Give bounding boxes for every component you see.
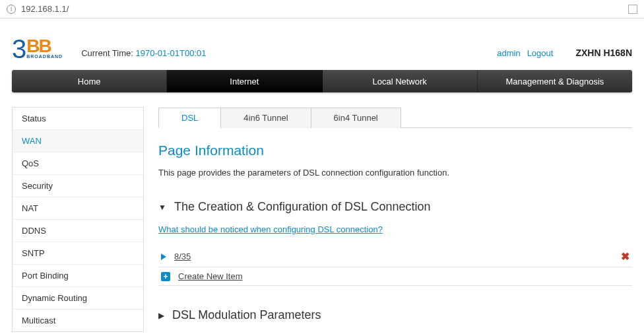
create-new-item-label: Create New Item	[178, 271, 243, 281]
sidenav-item-dynamic-routing[interactable]: Dynamic Routing	[13, 287, 143, 310]
tab-dsl[interactable]: DSL	[158, 108, 221, 128]
section-title: DSL Modulation Parameters	[172, 308, 321, 322]
topnav-item-internet[interactable]: Internet	[167, 70, 322, 92]
current-time: Current Time: 1970-01-01T00:01	[81, 48, 206, 58]
create-new-item-row[interactable]: + Create New Item	[158, 267, 632, 286]
section-dsl-modulation-header[interactable]: ▶ DSL Modulation Parameters	[158, 308, 632, 322]
current-time-label: Current Time:	[81, 48, 135, 58]
current-time-value: 1970-01-01T00:01	[136, 48, 207, 58]
main-content: DSL4in6 Tunnel6in4 Tunnel Page Informati…	[158, 107, 632, 332]
browser-address-bar: i 192.168.1.1/	[0, 0, 644, 18]
page-header: 3 BB BROADBAND Current Time: 1970-01-01T…	[12, 36, 632, 62]
sidenav-item-ddns[interactable]: DDNS	[13, 220, 143, 242]
info-icon: i	[7, 5, 16, 14]
tab-6in4-tunnel[interactable]: 6in4 Tunnel	[311, 108, 401, 128]
logo-bb: BB	[26, 39, 63, 53]
brand-logo: 3 BB BROADBAND	[12, 36, 63, 62]
logo-numeral: 3	[12, 36, 26, 62]
sidenav-item-nat[interactable]: NAT	[13, 197, 143, 220]
sidenav-item-wan[interactable]: WAN	[13, 130, 143, 152]
connection-item-label: 8/35	[174, 252, 191, 261]
help-link[interactable]: What should be noticed when configuring …	[158, 224, 383, 234]
page-title: Page Information	[158, 143, 632, 158]
tab-4in6-tunnel[interactable]: 4in6 Tunnel	[220, 108, 311, 128]
sidenav-item-security[interactable]: Security	[13, 175, 143, 197]
section-dsl-connection-header[interactable]: ▼ The Creation & Configuration of DSL Co…	[158, 200, 632, 214]
tab-bar: DSL4in6 Tunnel6in4 Tunnel	[158, 107, 632, 128]
page-description: This page provides the parameters of DSL…	[158, 168, 632, 178]
triangle-down-icon: ▼	[158, 203, 166, 212]
admin-link[interactable]: admin	[497, 48, 520, 58]
sidenav-item-status[interactable]: Status	[13, 108, 143, 130]
topnav-item-local-network[interactable]: Local Network	[323, 70, 478, 92]
topnav-item-home[interactable]: Home	[12, 70, 167, 92]
sidenav-item-multicast[interactable]: Multicast	[13, 310, 143, 331]
connection-item-row[interactable]: 8/35✖	[158, 246, 632, 267]
reader-icon[interactable]	[628, 5, 637, 14]
top-navigation: HomeInternetLocal NetworkManagement & Di…	[12, 70, 632, 92]
sidenav-item-sntp[interactable]: SNTP	[13, 242, 143, 265]
section-title: The Creation & Configuration of DSL Conn…	[174, 200, 431, 214]
delete-icon[interactable]: ✖	[621, 250, 629, 263]
topnav-item-management-diagnosis[interactable]: Management & Diagnosis	[478, 70, 632, 92]
play-icon	[161, 253, 166, 260]
logout-link[interactable]: Logout	[527, 48, 554, 58]
triangle-right-icon: ▶	[158, 311, 164, 320]
plus-icon: +	[161, 272, 170, 281]
sidenav-item-qos[interactable]: QoS	[13, 152, 143, 175]
logo-broadband: BROADBAND	[26, 54, 63, 59]
device-model: ZXHN H168N	[575, 48, 632, 58]
side-navigation: StatusWANQoSSecurityNATDDNSSNTPPort Bind…	[12, 107, 144, 332]
url-text[interactable]: 192.168.1.1/	[21, 4, 628, 14]
sidenav-item-port-binding[interactable]: Port Binding	[13, 265, 143, 287]
